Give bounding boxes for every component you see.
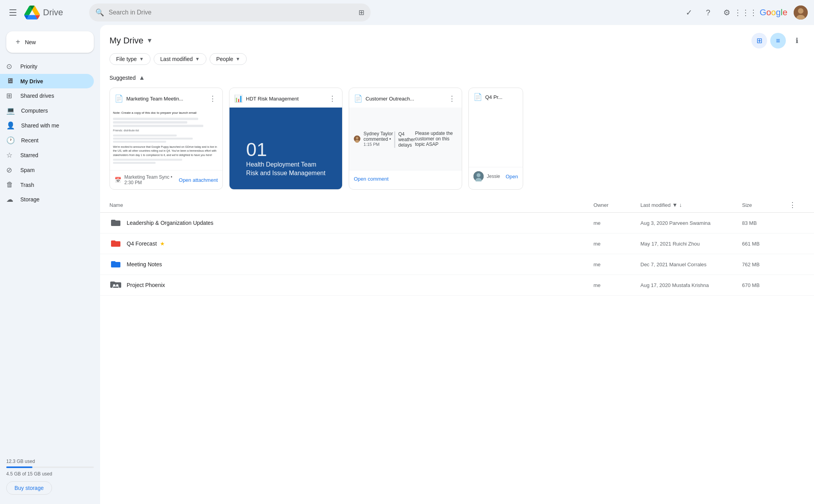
apps-button[interactable]: ⋮⋮⋮ xyxy=(738,5,753,20)
sidebar-label-recent: Recent xyxy=(21,137,38,143)
sidebar-item-priority[interactable]: ⊙ Priority xyxy=(0,59,94,74)
sidebar-item-shared-drives[interactable]: ⊞ Shared drives xyxy=(0,88,94,103)
svg-point-8 xyxy=(355,140,359,143)
doc-icon: 📄 xyxy=(115,94,123,103)
user-avatar[interactable] xyxy=(794,5,808,20)
app-logo[interactable]: Drive xyxy=(24,5,63,20)
card-customer-action[interactable]: Open comment xyxy=(354,174,389,183)
file-name: Q4 Forecast ★ xyxy=(127,240,593,247)
card-hdt-header: 📊 HDT Risk Management ⋮ xyxy=(229,88,342,108)
drive-header: My Drive ▼ ⊞ ≡ ℹ xyxy=(100,25,814,53)
filter-view-button[interactable]: ≡ xyxy=(770,33,786,48)
hdt-content: 01 Health Deployment Team Risk and Issue… xyxy=(238,131,333,186)
storage-detail-label: 4.5 GB of 15 GB used xyxy=(6,471,94,477)
search-input[interactable] xyxy=(109,9,354,16)
collapse-icon: ▲ xyxy=(139,74,145,81)
sidebar-item-recent[interactable]: 🕐 Recent xyxy=(0,133,94,148)
trash-icon: 🗑 xyxy=(6,181,14,189)
table-row[interactable]: Meeting Notes me Dec 7, 2021 Manuel Corr… xyxy=(100,254,814,275)
card-q4-title: Q4 Pr... xyxy=(485,94,502,100)
folder-red-icon xyxy=(109,237,122,250)
svg-point-7 xyxy=(356,137,358,139)
spam-icon: ⊘ xyxy=(6,166,14,174)
files-table-container: Name Owner Last modified ▼ ↓ Size ⋮ xyxy=(100,197,814,296)
menu-button[interactable] xyxy=(6,6,20,19)
shared-with-me-icon: 👤 xyxy=(6,121,15,130)
storage-icon: ☁ xyxy=(6,195,14,204)
table-row[interactable]: Q4 Forecast ★ me May 17, 2021 Ruichi Zho… xyxy=(100,233,814,254)
storage-used-label: 12.3 GB used xyxy=(6,459,94,464)
suggested-section-header[interactable]: Suggested ▲ xyxy=(100,71,814,84)
card-customer-preview: Sydney Taylor commented • 1:15 PM Q4 wea… xyxy=(349,108,462,170)
sidebar: + New ⊙ Priority 🖥 My Drive ⊞ Shared dri… xyxy=(0,25,100,504)
info-button[interactable]: ℹ xyxy=(789,33,805,48)
priority-icon: ⊙ xyxy=(6,62,14,71)
col-header-action: ⋮ xyxy=(789,201,805,209)
col-header-owner: Owner xyxy=(593,202,640,208)
commenter-avatar xyxy=(354,133,360,145)
folder-icon xyxy=(109,217,122,229)
card-hdt-preview: 01 Health Deployment Team Risk and Issue… xyxy=(229,108,342,190)
search-bar[interactable]: 🔍 ⊞ xyxy=(89,4,371,22)
app-name: Drive xyxy=(43,7,63,18)
sidebar-item-trash[interactable]: 🗑 Trash xyxy=(0,178,94,192)
people-filter[interactable]: People ▼ xyxy=(210,53,247,65)
grid-view-button[interactable]: ⊞ xyxy=(751,33,767,48)
drive-title-caret-icon: ▼ xyxy=(147,37,153,44)
header-right: ✓ ? ⚙ ⋮⋮⋮ Google xyxy=(681,5,808,20)
storage-section: 12.3 GB used 4.5 GB of 15 GB used Buy st… xyxy=(0,452,100,501)
card-customer-menu[interactable]: ⋮ xyxy=(447,93,457,104)
sidebar-item-storage[interactable]: ☁ Storage xyxy=(0,192,94,207)
comment-text: Please update the customer on this topic… xyxy=(415,131,457,147)
sidebar-item-computers[interactable]: 💻 Computers xyxy=(0,103,94,118)
drive-title[interactable]: My Drive ▼ xyxy=(109,36,153,46)
storage-bar-fill xyxy=(6,466,32,468)
header-left: Drive xyxy=(6,5,84,20)
card-marketing-action[interactable]: Open attachment xyxy=(179,176,218,185)
col-header-name: Name xyxy=(109,202,593,208)
comment-time: 1:15 PM xyxy=(364,142,394,147)
search-filter-icon[interactable]: ⊞ xyxy=(359,8,364,17)
table-row[interactable]: Project Phoenix me Aug 17, 2020 Mustafa … xyxy=(100,275,814,296)
file-modified: Dec 7, 2021 Manuel Corrales xyxy=(640,262,742,267)
col-header-modified[interactable]: Last modified ▼ ↓ xyxy=(640,202,742,208)
card-hdt-menu[interactable]: ⋮ xyxy=(327,93,337,104)
file-type-filter[interactable]: File type ▼ xyxy=(109,53,151,65)
file-size: 670 MB xyxy=(742,282,789,288)
card-q4: 📄 Q4 Pr... xyxy=(468,88,523,190)
sidebar-label-trash: Trash xyxy=(20,182,34,188)
sidebar-item-starred[interactable]: ☆ Starred xyxy=(0,148,94,163)
new-button[interactable]: + New xyxy=(6,31,94,53)
tasks-button[interactable]: ✓ xyxy=(681,5,697,20)
commenter-name: Sydney Taylor commented • xyxy=(364,131,394,142)
sidebar-item-my-drive[interactable]: 🖥 My Drive xyxy=(0,74,94,88)
col-header-size: Size xyxy=(742,202,789,208)
help-button[interactable]: ? xyxy=(700,5,716,20)
table-header-menu[interactable]: ⋮ xyxy=(789,201,796,209)
buy-storage-button[interactable]: Buy storage xyxy=(6,481,52,495)
file-modified: Aug 17, 2020 Mustafa Krishna xyxy=(640,282,742,288)
last-modified-filter[interactable]: Last modified ▼ xyxy=(154,53,206,65)
sidebar-item-shared-with-me[interactable]: 👤 Shared with me xyxy=(0,118,94,133)
recent-icon: 🕐 xyxy=(6,136,15,145)
file-type-label: File type xyxy=(116,56,137,62)
file-size: 762 MB xyxy=(742,262,789,267)
shared-drives-icon: ⊞ xyxy=(6,91,14,100)
file-owner: me xyxy=(593,220,640,226)
file-name: Project Phoenix xyxy=(127,282,593,288)
card-marketing-footer: 📅 Marketing Team Sync • 2:30 PM Open att… xyxy=(110,170,222,189)
card-q4-preview xyxy=(469,104,523,167)
settings-button[interactable]: ⚙ xyxy=(719,5,735,20)
app-header: Drive 🔍 ⊞ ✓ ? ⚙ ⋮⋮⋮ Google xyxy=(0,0,814,25)
table-row[interactable]: Leadership & Organization Updates me Aug… xyxy=(100,213,814,233)
sidebar-item-spam[interactable]: ⊘ Spam xyxy=(0,163,94,178)
drive-title-text: My Drive xyxy=(109,36,143,46)
file-owner: me xyxy=(593,262,640,267)
sidebar-label-starred: Starred xyxy=(20,152,38,158)
star-icon[interactable]: ★ xyxy=(160,240,165,247)
card-q4-action[interactable]: Open xyxy=(506,172,518,181)
card-customer: 📄 Customer Outreach... ⋮ Sydney Taylor c… xyxy=(349,88,462,190)
suggested-label: Suggested xyxy=(109,75,136,81)
card-marketing-menu[interactable]: ⋮ xyxy=(208,93,218,104)
card-q4-user: Jessie xyxy=(487,174,502,179)
